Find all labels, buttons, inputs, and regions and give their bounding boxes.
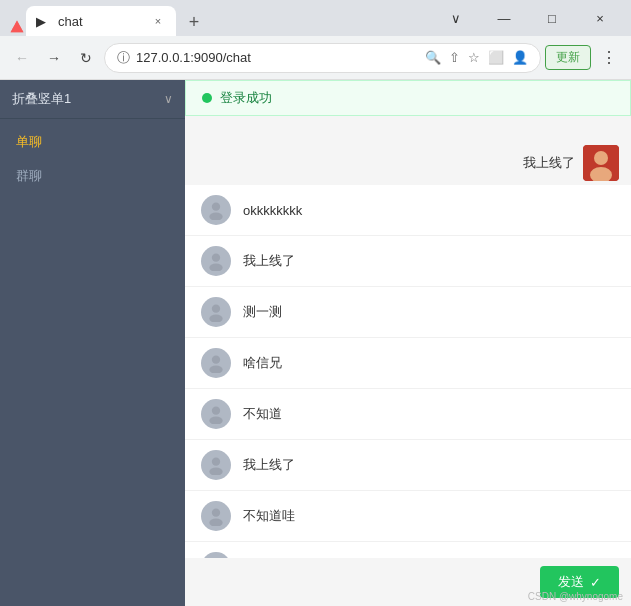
svg-point-13	[212, 458, 220, 466]
new-tab-button[interactable]: +	[180, 8, 208, 36]
svg-point-3	[212, 203, 220, 211]
user-list-item[interactable]: 不知道哇	[185, 491, 631, 542]
user-list-item[interactable]: okkkkkkkk	[185, 185, 631, 236]
user-icon	[201, 348, 231, 378]
svg-point-4	[209, 213, 222, 221]
user-name: okkkkkkkk	[243, 203, 302, 218]
maximize-button[interactable]: □	[529, 2, 575, 34]
url-bar[interactable]: ⓘ 127.0.0.1:9090/chat 🔍 ⇧ ☆ ⬜ 👤	[104, 43, 541, 73]
svg-point-1	[594, 151, 608, 165]
tab-close-btn[interactable]: ×	[150, 13, 166, 29]
extension-icon[interactable]: ⬜	[488, 50, 504, 65]
tab-bar: ▶ chat × +	[8, 0, 433, 36]
user-list: okkkkkkkk 我上线了 测一测	[185, 185, 631, 558]
user-name: 不知道哇	[243, 507, 295, 525]
svg-point-16	[209, 519, 222, 527]
lock-icon: ⓘ	[117, 49, 130, 67]
browser-logo	[8, 18, 26, 36]
user-list-item[interactable]: 测一测	[185, 287, 631, 338]
address-bar: ← → ↻ ⓘ 127.0.0.1:9090/chat 🔍 ⇧ ☆ ⬜ 👤 更新…	[0, 36, 631, 80]
svg-point-15	[212, 509, 220, 517]
page-content: 折叠竖单1 ∨ 单聊 群聊 登录成功 二...0/Chat 我上线了	[0, 80, 631, 606]
svg-point-14	[209, 468, 222, 476]
user-list-item[interactable]: 我上线了	[185, 440, 631, 491]
user-icon	[201, 501, 231, 531]
user-icon	[201, 195, 231, 225]
user-avatar	[583, 145, 619, 181]
url-action-icons: 🔍 ⇧ ☆ ⬜ 👤	[425, 50, 528, 65]
user-list-item[interactable]: 我上线了	[185, 236, 631, 287]
user-list-item[interactable]: 不知道	[185, 389, 631, 440]
svg-point-10	[209, 366, 222, 374]
user-icon	[201, 450, 231, 480]
sidebar-item-group-chat[interactable]: 群聊	[0, 159, 185, 193]
reload-button[interactable]: ↻	[72, 44, 100, 72]
send-label: 发送	[558, 573, 584, 591]
user-list-item[interactable]: 啥信兄	[185, 338, 631, 389]
bookmark-icon[interactable]: ☆	[468, 50, 480, 65]
user-name: 啥信兄	[243, 354, 282, 372]
user-list-item[interactable]: 哈哈	[185, 542, 631, 558]
sidebar-item-single-chat[interactable]: 单聊	[0, 125, 185, 159]
user-icon	[201, 399, 231, 429]
chat-header: 我上线了	[185, 105, 631, 185]
user-name: 测一测	[243, 303, 282, 321]
account-icon[interactable]: 👤	[512, 50, 528, 65]
search-icon[interactable]: 🔍	[425, 50, 441, 65]
svg-point-11	[212, 407, 220, 415]
user-name: 我上线了	[243, 456, 295, 474]
svg-point-8	[209, 315, 222, 323]
window-controls: ∨ — □ ×	[433, 2, 623, 34]
user-icon	[201, 297, 231, 327]
collapse-button[interactable]: ∨	[433, 2, 479, 34]
active-tab[interactable]: ▶ chat ×	[26, 6, 176, 36]
title-bar: ▶ chat × + ∨ — □ ×	[0, 0, 631, 36]
url-text: 127.0.0.1:9090/chat	[136, 50, 419, 65]
tab-title: chat	[58, 14, 142, 29]
forward-button[interactable]: →	[40, 44, 68, 72]
login-notification: 登录成功	[185, 80, 631, 116]
tab-favicon: ▶	[36, 14, 50, 28]
user-name: 我上线了	[243, 252, 295, 270]
browser-menu-button[interactable]: ⋮	[595, 44, 623, 72]
main-content: 登录成功 二...0/Chat 我上线了	[185, 80, 631, 606]
send-checkmark-icon: ✓	[590, 575, 601, 590]
user-icon	[201, 246, 231, 276]
svg-point-5	[212, 254, 220, 262]
sidebar: 折叠竖单1 ∨ 单聊 群聊	[0, 80, 185, 606]
svg-point-12	[209, 417, 222, 425]
svg-point-9	[212, 356, 220, 364]
sidebar-section: 单聊 群聊	[0, 119, 185, 199]
close-button[interactable]: ×	[577, 2, 623, 34]
notification-text: 登录成功	[220, 89, 272, 107]
back-button[interactable]: ←	[8, 44, 36, 72]
svg-point-7	[212, 305, 220, 313]
browser-window: ▶ chat × + ∨ — □ × ← → ↻ ⓘ 127.0.0.1:909…	[0, 0, 631, 606]
update-button[interactable]: 更新	[545, 45, 591, 70]
sidebar-title: 折叠竖单1	[12, 90, 71, 108]
user-name: 不知道	[243, 405, 282, 423]
svg-point-6	[209, 264, 222, 272]
sidebar-header: 折叠竖单1 ∨	[0, 80, 185, 119]
minimize-button[interactable]: —	[481, 2, 527, 34]
notification-dot	[202, 93, 212, 103]
sidebar-toggle[interactable]: ∨	[164, 92, 173, 106]
watermark: CSDN @whynogome	[528, 591, 623, 602]
online-status-text: 我上线了	[523, 154, 575, 172]
share-icon[interactable]: ⇧	[449, 50, 460, 65]
